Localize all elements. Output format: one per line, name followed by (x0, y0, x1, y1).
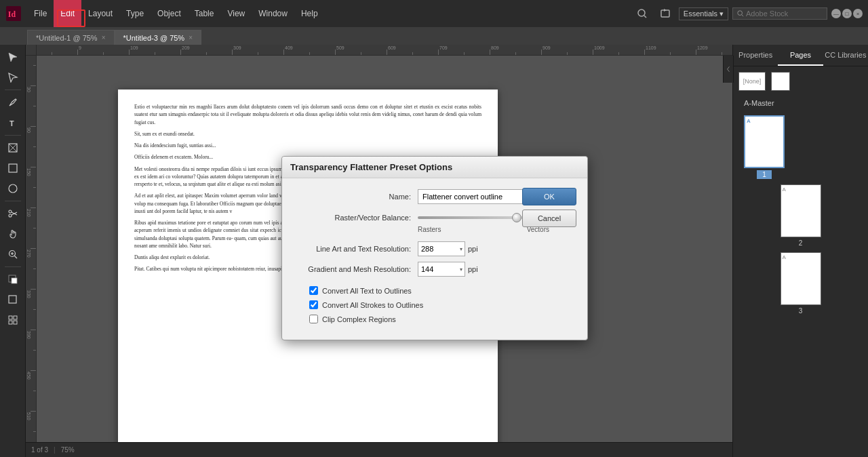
page-thumb-1[interactable]: A 1 (744, 115, 785, 179)
slider-thumb[interactable] (512, 213, 521, 222)
toolbar-separator-1 (5, 90, 21, 90)
checkbox-row-2: Convert All Strokes to Outlines (296, 300, 574, 309)
status-zoom: 75% (61, 446, 75, 454)
white-swatch (771, 72, 790, 91)
formatting-affects-container[interactable] (3, 290, 23, 309)
zoom-tool[interactable] (3, 245, 23, 264)
window-controls: — □ × (831, 9, 863, 18)
tab-bar: *Untitled-1 @ 75% × *Untitled-3 @ 75% × (0, 27, 868, 45)
menu-bar-right: Essentials ▾ — □ × (633, 4, 868, 23)
line-art-select[interactable]: 144 288 300 600 1200 (418, 241, 465, 256)
dialog-title: Transparency Flattener Preset Options (282, 157, 587, 178)
panel-content: [None] A-Master (733, 66, 868, 325)
menu-table[interactable]: Table (188, 0, 221, 27)
clip-regions-checkbox[interactable] (309, 315, 318, 323)
hand-tool[interactable] (3, 224, 23, 243)
search-icon[interactable] (633, 4, 652, 23)
tab-close-2[interactable]: × (189, 34, 193, 41)
status-page-info: 1 of 3 (31, 446, 48, 454)
cancel-button[interactable]: Cancel (522, 210, 576, 227)
menu-file[interactable]: File (27, 0, 54, 27)
share-icon[interactable] (656, 4, 675, 23)
tab-properties[interactable]: Properties (733, 45, 778, 66)
convert-strokes-checkbox[interactable] (309, 300, 318, 309)
svg-point-2 (638, 9, 645, 16)
svg-point-5 (738, 11, 743, 16)
gradient-mesh-select-wrapper: 72 144 300 ▾ (418, 262, 465, 277)
paragraph-3: Nia dis idendescium fugit, suntias assi.… (134, 142, 481, 149)
tab-pages[interactable]: Pages (778, 45, 823, 66)
page-thumb-img-3: A (781, 252, 821, 305)
ellipse-tool[interactable] (3, 179, 23, 198)
name-label: Name: (296, 193, 418, 201)
gradient-mesh-label: Gradient and Mesh Resolution: (296, 265, 418, 273)
page-thumb-label-2: 2 (799, 239, 803, 247)
close-button[interactable]: × (853, 9, 863, 18)
paragraph-1: Estio et voluptaectur min res magnhi lla… (134, 103, 481, 126)
minimize-button[interactable]: — (831, 9, 841, 18)
page-thumb-3[interactable]: A 3 (744, 252, 857, 315)
tab-cc-libraries[interactable]: CC Libraries (823, 45, 868, 66)
line-art-row: Line Art and Text Resolution: 144 288 30… (296, 241, 574, 256)
menu-help[interactable]: Help (294, 0, 325, 27)
none-swatch: [None] (738, 72, 766, 91)
scissors-tool[interactable] (3, 204, 23, 223)
line-art-select-wrapper: 144 288 300 600 1200 ▾ (418, 241, 465, 256)
checkbox-row-1: Convert All Text to Outlines (296, 286, 574, 295)
svg-point-14 (9, 214, 12, 217)
menu-layout[interactable]: Layout (81, 0, 119, 27)
page-thumb-label-3: 3 (799, 307, 803, 315)
svg-text:T: T (9, 119, 14, 127)
maximize-button[interactable]: □ (842, 9, 852, 18)
line-art-unit: ppi (468, 245, 478, 253)
workspace-selector[interactable]: Essentials ▾ (679, 7, 728, 20)
app-logo: Id (0, 0, 27, 27)
menu-edit[interactable]: Edit (54, 0, 81, 27)
line-art-label: Line Art and Text Resolution: (296, 245, 418, 253)
clip-regions-label: Clip Complex Regions (322, 315, 396, 323)
menu-window[interactable]: Window (252, 0, 294, 27)
page-thumb-2[interactable]: A 2 (744, 184, 857, 247)
stock-search[interactable] (732, 7, 827, 20)
checkbox-row-3: Clip Complex Regions (296, 315, 574, 323)
tab-close-1[interactable]: × (102, 34, 106, 41)
convert-strokes-label: Convert All Strokes to Outlines (322, 301, 423, 309)
toolbar-separator-4 (5, 266, 21, 267)
page-thumb-label-1: 1 (757, 170, 772, 179)
svg-text:Id: Id (8, 9, 16, 19)
toolbar-separator-2 (5, 135, 21, 136)
ok-button[interactable]: OK (522, 188, 576, 205)
raster-vector-label: Raster/Vector Balance: (296, 214, 418, 222)
svg-rect-23 (9, 296, 16, 303)
rectangle-frame-tool[interactable] (3, 138, 23, 157)
gradient-mesh-row: Gradient and Mesh Resolution: 72 144 300… (296, 262, 574, 277)
svg-line-18 (14, 256, 17, 259)
convert-text-checkbox[interactable] (309, 286, 318, 295)
a-master-label: A-Master (738, 96, 863, 110)
svg-rect-11 (9, 164, 17, 172)
svg-rect-26 (9, 321, 12, 324)
toolbar-separator-3 (5, 201, 21, 201)
left-toolbar: T (0, 45, 26, 457)
fill-color[interactable] (3, 270, 23, 289)
stock-search-input[interactable] (746, 9, 823, 18)
menu-type[interactable]: Type (119, 0, 151, 27)
panel-collapse-toggle[interactable] (723, 56, 734, 83)
page-thumb-img-2: A (781, 184, 821, 237)
dialog-body: Name: Raster/Vector Balance: 75 Rasters … (282, 178, 587, 340)
selection-tool[interactable] (3, 47, 23, 66)
view-mode[interactable] (3, 311, 23, 330)
svg-rect-4 (661, 10, 669, 17)
tab-untitled1[interactable]: *Untitled-1 @ 75% × (27, 30, 115, 45)
gradient-mesh-unit: ppi (468, 265, 478, 273)
svg-line-6 (742, 15, 744, 17)
rectangle-tool[interactable] (3, 159, 23, 178)
tab-untitled3[interactable]: *Untitled-3 @ 75% × (115, 30, 202, 45)
menu-object[interactable]: Object (151, 0, 188, 27)
gradient-mesh-select[interactable]: 72 144 300 (418, 262, 465, 277)
type-tool[interactable]: T (3, 113, 23, 132)
menu-view[interactable]: View (220, 0, 252, 27)
dialog-buttons: OK Cancel (522, 188, 576, 227)
pen-tool[interactable] (3, 93, 23, 112)
direct-selection-tool[interactable] (3, 68, 23, 87)
